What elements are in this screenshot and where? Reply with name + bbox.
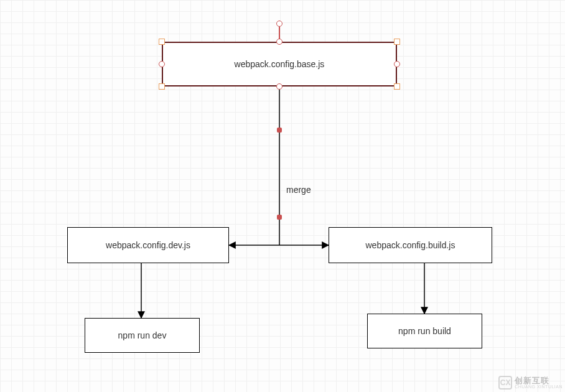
resize-handle-se[interactable] xyxy=(394,83,400,90)
resize-handle-sw[interactable] xyxy=(159,83,165,90)
node-build-label: webpack.config.build.js xyxy=(366,240,455,250)
watermark-brand: 创新互联 xyxy=(515,376,563,385)
resize-handle-e[interactable] xyxy=(394,61,400,67)
node-build[interactable]: webpack.config.build.js xyxy=(329,227,492,263)
node-run-dev[interactable]: npm run dev xyxy=(85,318,200,353)
node-run-build[interactable]: npm run build xyxy=(367,314,482,348)
resize-handle-ne[interactable] xyxy=(394,39,400,45)
rotation-handle[interactable] xyxy=(276,21,282,27)
resize-handle-w[interactable] xyxy=(159,61,165,67)
node-base[interactable]: webpack.config.base.js xyxy=(162,42,397,86)
node-dev[interactable]: webpack.config.dev.js xyxy=(67,227,229,263)
resize-handle-s[interactable] xyxy=(276,83,282,90)
watermark-sub: CHUANG XINTULIAN xyxy=(515,385,563,389)
node-run-build-label: npm run build xyxy=(398,326,451,336)
node-dev-label: webpack.config.dev.js xyxy=(106,240,190,250)
resize-handle-n[interactable] xyxy=(276,39,282,45)
edge-label-merge: merge xyxy=(286,185,311,195)
watermark: CX 创新互联 CHUANG XINTULIAN xyxy=(498,376,563,390)
watermark-icon: CX xyxy=(498,376,512,390)
resize-handle-nw[interactable] xyxy=(159,39,165,45)
node-base-label: webpack.config.base.js xyxy=(235,59,325,69)
edge-midpoint-top[interactable] xyxy=(277,128,282,133)
edge-midpoint-bottom[interactable] xyxy=(277,215,282,220)
node-run-dev-label: npm run dev xyxy=(118,330,167,340)
